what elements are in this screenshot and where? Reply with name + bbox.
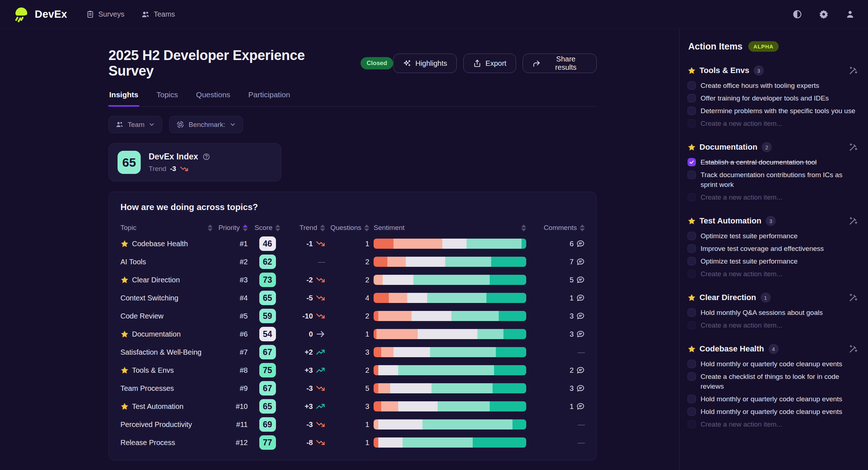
export-button[interactable]: Export [463,54,516,73]
table-row[interactable]: Documentation #6 54 0 1 3 [120,325,585,343]
column-header-comments[interactable]: Comments [531,224,585,232]
action-item-checkbox[interactable] [688,81,696,90]
nav-item-teams[interactable]: Teams [141,10,175,19]
sentiment-segment [374,401,381,411]
sentiment-segment [374,437,378,448]
action-item-label: Offer training for developer tools and I… [701,93,829,103]
action-item-checkbox[interactable] [688,232,696,240]
action-item-checkbox[interactable] [688,171,696,179]
new-action-item-input[interactable]: Create a new action item... [686,269,858,279]
comments-count: 3 [570,312,574,320]
tab-questions[interactable]: Questions [195,90,231,107]
action-item-checkbox[interactable] [688,107,696,115]
comment-bubble-icon [576,330,585,338]
table-title: How are we doing across topics? [120,202,585,212]
table-row[interactable]: Clear Direction #3 73 -2 2 5 [120,271,585,289]
comments-count: 3 [570,330,574,338]
topic-cell: Team Processes [120,384,213,393]
column-header-priority[interactable]: Priority [217,224,248,232]
column-header-trend[interactable]: Trend [287,224,325,232]
action-item-checkbox[interactable] [688,395,696,403]
users-icon [115,120,124,129]
table-row[interactable]: Context Switching #4 65 -5 4 1 [120,289,585,307]
table-row[interactable]: Perceived Productivity #11 69 -3 1 — [120,415,585,433]
action-item-checkbox[interactable] [688,321,696,329]
score-cell: 77 [252,435,283,450]
topic-label: Documentation [132,330,181,338]
action-item-checkbox[interactable] [688,119,696,128]
theme-toggle-icon[interactable] [792,9,802,19]
column-header-score[interactable]: Score [252,224,283,232]
table-row[interactable]: Release Process #12 77 -8 1 — [120,433,585,452]
benchmark-target-icon [176,120,184,129]
trend-value: +2 [305,348,313,356]
table-row[interactable]: Test Automation #10 65 +3 3 1 [120,397,585,415]
highlights-button[interactable]: Highlights [393,54,457,73]
tab-participation[interactable]: Participation [248,90,291,107]
action-group-title: Codebase Health [699,344,764,354]
star-icon [120,366,129,375]
help-circle-icon[interactable] [203,153,210,161]
devex-index-card: 65 DevEx Index Trend -3 [109,143,281,181]
action-item-label: Create office hours with tooling experts [701,81,819,90]
table-row[interactable]: Code Review #5 59 -10 2 3 [120,307,585,325]
wand-sparkles-button[interactable] [848,142,858,152]
sentiment-segment [473,437,526,448]
tab-topics[interactable]: Topics [156,90,179,107]
tab-insights[interactable]: Insights [109,90,139,107]
table-body: Codebase Health #1 46 -1 1 6 AI Tools #2… [120,235,585,452]
wand-sparkles-button[interactable] [848,344,858,354]
team-filter-dropdown[interactable]: Team [109,116,162,133]
comments-count: 5 [570,276,574,284]
action-item-checkbox[interactable] [688,420,696,428]
wand-sparkles-button[interactable] [848,66,858,76]
trend-icon [316,329,325,339]
action-group-header: Tools & Envs 3 [686,65,858,76]
new-action-item-input[interactable]: Create a new action item... [686,192,858,202]
table-row[interactable]: Tools & Envs #8 75 +3 2 2 [120,361,585,379]
account-user-icon[interactable] [845,9,855,19]
score-chip: 77 [259,435,276,450]
wand-sparkles-button[interactable] [848,293,858,303]
new-action-item-input[interactable]: Create a new action item... [686,419,858,429]
action-group-items: Establish a central documentation tool T… [686,157,858,202]
comment-bubble-icon [576,366,585,375]
settings-gear-icon[interactable] [819,9,829,19]
score-cell: 73 [252,273,283,287]
table-row[interactable]: Satisfaction & Well-Being #7 67 +2 3 — [120,343,585,361]
score-chip: 62 [259,255,276,269]
sentiment-segment [383,275,413,285]
brand-logo[interactable]: DevEx [13,6,67,23]
trend-cell: 0 [287,329,325,339]
column-header-sentiment[interactable]: Sentiment [374,224,526,232]
action-item-checkbox[interactable] [688,193,696,201]
new-action-item-input[interactable]: Create a new action item... [686,320,858,330]
comment-bubble-icon [576,275,585,284]
column-header-topic[interactable]: Topic [120,224,213,232]
new-action-item-input[interactable]: Create a new action item... [686,119,858,128]
action-item-checkbox[interactable] [688,257,696,265]
table-row[interactable]: AI Tools #2 62 — 2 7 [120,253,585,271]
action-item-checkbox[interactable] [688,372,696,381]
table-row[interactable]: Team Processes #9 67 -3 5 3 [120,379,585,397]
comments-count: 6 [570,240,574,248]
chevron-down-icon [148,121,155,128]
action-item-checkbox[interactable] [688,94,696,102]
share-results-button[interactable]: Share results [523,54,597,73]
comments-cell: 1 [531,402,585,411]
action-item-checkbox[interactable] [688,407,696,416]
column-header-questions[interactable]: Questions [329,224,369,232]
sentiment-segment [374,329,376,339]
action-item-checkbox[interactable] [688,270,696,278]
benchmark-filter-dropdown[interactable]: Benchmark: [169,116,243,133]
action-item-checkbox[interactable] [688,158,696,166]
users-icon [141,10,150,19]
nav-item-surveys[interactable]: Surveys [86,10,124,19]
comments-cell: 6 [531,239,585,248]
action-item-checkbox[interactable] [688,360,696,368]
action-item-checkbox[interactable] [688,244,696,253]
table-row[interactable]: Codebase Health #1 46 -1 1 6 [120,235,585,253]
wand-sparkles-button[interactable] [848,216,858,226]
action-item-checkbox[interactable] [688,308,696,317]
column-label: Score [255,224,273,232]
